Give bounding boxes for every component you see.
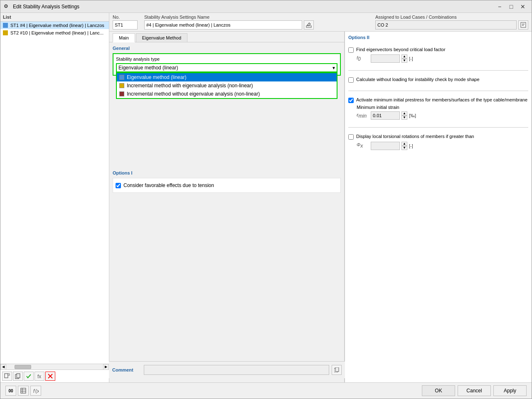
stability-type-label: Stability analysis type (116, 57, 337, 62)
options-i-box: Consider favorable effects due to tensio… (113, 178, 341, 193)
f0-down-button[interactable]: ▼ (401, 59, 407, 63)
eigenvectors-checkbox[interactable] (348, 47, 354, 53)
name-label: Stability Analysis Settings Name (144, 15, 314, 20)
options-i-item-0: Consider favorable effects due to tensio… (116, 182, 338, 188)
phix-down-button[interactable]: ▼ (401, 146, 407, 150)
titlebar: ⚙ Edit Stability Analysis Settings − □ ✕ (0, 0, 532, 13)
svg-text:fx: fx (37, 374, 41, 379)
prestress-checkbox[interactable] (348, 98, 354, 103)
svg-rect-4 (17, 374, 20, 378)
svg-text:(x): (x) (35, 388, 39, 394)
copy-item-button[interactable] (13, 372, 23, 381)
delete-button[interactable] (45, 372, 55, 381)
svg-rect-9 (521, 22, 526, 27)
dropdown-selected-text: Eigenvalue method (linear) (118, 65, 178, 71)
option-label-eigenvalue-linear: Eigenvalue method (linear) (127, 74, 186, 80)
phix-spinner: Φx ▲ ▼ [-] (357, 142, 528, 150)
maximize-button[interactable]: □ (506, 2, 517, 11)
svg-rect-14 (21, 388, 26, 393)
f0-input[interactable] (371, 54, 400, 63)
option-torsional-row: Display local torsional rotations of mem… (348, 133, 528, 140)
toolbar-btn-table[interactable] (18, 386, 29, 396)
no-input[interactable] (113, 20, 138, 30)
cancel-button[interactable]: Cancel (458, 385, 491, 396)
assigned-label: Assigned to Load Cases / Combinations (375, 15, 528, 20)
dropdown-option-eigenvalue-linear[interactable]: Eigenvalue method (linear) (117, 73, 337, 81)
name-edit-button[interactable] (304, 20, 314, 30)
no-label: No. (113, 15, 138, 20)
option-prestress-row: Activate minimum initial prestress for m… (348, 97, 528, 103)
dropdown-option-incremental-without[interactable]: Incremental method without eigenvalue an… (117, 90, 337, 98)
right-section: No. Stability Analysis Settings Name Ass… (109, 13, 532, 382)
sidebar-toolbar: fx (0, 369, 109, 382)
option-label-incremental-with: Incremental method with eigenvalue analy… (127, 83, 253, 89)
dropdown-options-list: Eigenvalue method (linear) Incremental m… (116, 72, 337, 99)
separator-1 (348, 70, 528, 71)
assigned-edit-button[interactable] (518, 20, 528, 30)
dropdown-arrow-icon: ▼ (332, 66, 336, 70)
option-no-loading: Calculate without loading for instabilit… (348, 76, 528, 84)
ok-button[interactable]: OK (422, 385, 455, 396)
comment-input[interactable] (144, 365, 329, 375)
svg-rect-8 (306, 26, 311, 27)
check-button[interactable] (24, 372, 34, 381)
sidebar-scrollbar-h[interactable]: ◀ ▶ (0, 364, 109, 369)
option-prestress: Activate minimum initial prestress for m… (348, 97, 528, 121)
no-loading-label: Calculate without loading for instabilit… (356, 76, 480, 83)
svg-rect-2 (8, 374, 10, 375)
consider-tension-checkbox[interactable] (116, 183, 121, 188)
scroll-right-btn[interactable]: ▶ (103, 364, 109, 370)
tab-eigenvalue[interactable]: Eigenvalue Method (136, 33, 187, 42)
f0-up-button[interactable]: ▲ (401, 54, 407, 59)
toolbar-btn-00[interactable]: 00 (5, 386, 16, 396)
name-input[interactable] (144, 20, 302, 30)
emin-spinner-buttons: ▲ ▼ (401, 111, 407, 120)
dropdown-option-incremental-with[interactable]: Incremental method with eigenvalue analy… (117, 81, 337, 90)
scroll-left-btn[interactable]: ◀ (0, 364, 6, 370)
app-icon: ⚙ (4, 3, 10, 10)
close-button[interactable]: ✕ (517, 2, 528, 11)
tabs: Main Eigenvalue Method (109, 32, 344, 42)
separator-3 (348, 127, 528, 128)
f0-spinner-buttons: ▲ ▼ (401, 54, 407, 63)
f0-label: f0 (357, 55, 369, 62)
emin-unit: [‰] (409, 113, 416, 118)
name-field: Stability Analysis Settings Name (144, 15, 314, 30)
option-color-icon (119, 75, 124, 80)
sidebar-item-st2-label: ST2 #10 | Eigenvalue method (linear) | L… (10, 30, 103, 35)
sidebar-list: ST1 #4 | Eigenvalue method (linear) | La… (0, 22, 109, 364)
comment-section: Comment (109, 361, 345, 378)
emin-input[interactable] (371, 111, 400, 120)
sidebar-item-st1[interactable]: ST1 #4 | Eigenvalue method (linear) | La… (0, 22, 109, 29)
svg-rect-0 (5, 374, 8, 378)
comment-copy-button[interactable] (332, 365, 342, 375)
phix-up-button[interactable]: ▲ (401, 142, 407, 146)
toolbar-btn-fx[interactable]: f(x) (30, 386, 41, 396)
emin-up-button[interactable]: ▲ (401, 111, 407, 116)
option-color-icon3 (119, 91, 124, 96)
option-torsional: Display local torsional rotations of mem… (348, 133, 528, 151)
window: ⚙ Edit Stability Analysis Settings − □ ✕… (0, 0, 532, 399)
sidebar-item-st2[interactable]: ST2 #10 | Eigenvalue method (linear) | L… (0, 29, 109, 37)
no-loading-checkbox[interactable] (348, 77, 354, 83)
torsional-checkbox[interactable] (348, 134, 354, 140)
apply-button[interactable]: Apply (493, 385, 527, 396)
assigned-input[interactable] (375, 20, 517, 30)
comment-label: Comment (112, 367, 141, 372)
separator-2 (348, 91, 528, 91)
phix-input[interactable] (371, 142, 400, 150)
option-color-icon2 (119, 83, 124, 88)
option-label-incremental-without: Incremental method without eigenvalue an… (127, 91, 260, 97)
scroll-thumb[interactable] (15, 365, 31, 369)
phix-spinner-buttons: ▲ ▼ (401, 142, 407, 150)
new-item-button[interactable] (2, 372, 12, 381)
emin-down-button[interactable]: ▼ (401, 116, 407, 120)
formula-button[interactable]: fx (34, 372, 44, 381)
phix-unit: [-] (409, 143, 413, 148)
stability-dropdown[interactable]: Eigenvalue method (linear) ▼ Eigenvalue … (116, 63, 337, 72)
tab-main[interactable]: Main (113, 33, 135, 42)
options-i-section: Options I Consider favorable effects due… (113, 170, 341, 193)
minimize-button[interactable]: − (494, 2, 505, 11)
dialog-bottom: 00 f(x) OK Cancel Apply (0, 382, 532, 399)
option-eigenvectors-row: Find eigenvectors beyond critical load f… (348, 47, 528, 53)
